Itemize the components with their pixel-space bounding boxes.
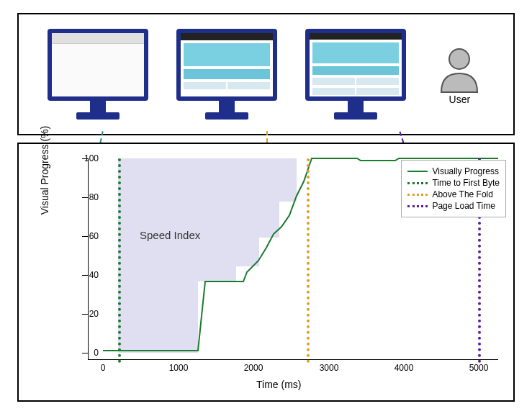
ylab-20: 20: [89, 309, 99, 319]
xlab-0: 0: [101, 363, 106, 373]
legend-plt: Page Load Time: [432, 201, 495, 211]
monitor-loaded: [305, 29, 406, 120]
y-axis-title: Visual Progress (%): [39, 126, 50, 215]
user-label: User: [434, 94, 484, 105]
ylab-0: 0: [94, 348, 99, 358]
ylab-60: 60: [89, 231, 99, 241]
chart-panel: Speed Index 0 20 40 60 80 100 0 1000 200…: [17, 143, 515, 402]
x-axis-title: Time (ms): [256, 379, 301, 390]
legend-ttfb: Time to First Byte: [432, 178, 500, 188]
ylab-40: 40: [89, 270, 99, 280]
xlab-1000: 1000: [169, 363, 189, 373]
xlab-4000: 4000: [395, 363, 414, 373]
monitor-blank: [48, 29, 148, 120]
ylab-80: 80: [89, 192, 99, 202]
user-icon: User: [434, 43, 484, 105]
monitor-partial: [176, 29, 277, 120]
svg-point-0: [449, 49, 469, 69]
vline-atf: [307, 158, 310, 363]
legend: Visually Progress Time to First Byte Abo…: [401, 160, 506, 217]
legend-atf: Above The Fold: [432, 189, 493, 199]
legend-visually-progress: Visually Progress: [432, 166, 498, 176]
xlab-5000: 5000: [469, 363, 489, 373]
xlab-2000: 2000: [244, 363, 263, 373]
monitors-panel: User: [17, 13, 515, 135]
xlab-3000: 3000: [320, 363, 339, 373]
vline-ttfb: [118, 158, 121, 363]
